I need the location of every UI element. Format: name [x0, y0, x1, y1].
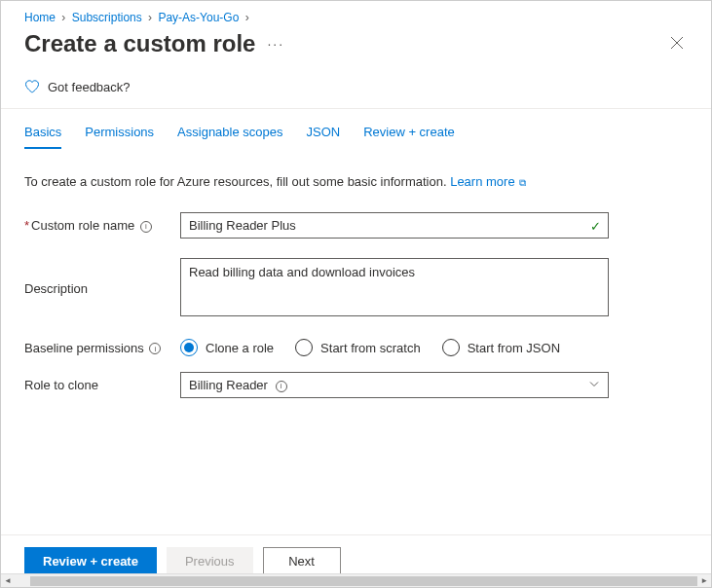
- intro-text: To create a custom role for Azure resour…: [1, 149, 711, 201]
- chevron-down-icon: [588, 378, 600, 392]
- info-icon: i: [276, 381, 287, 392]
- info-icon[interactable]: i: [140, 221, 152, 233]
- tabs: Basics Permissions Assignable scopes JSO…: [1, 109, 711, 149]
- radio-icon: [180, 339, 198, 356]
- next-button[interactable]: Next: [263, 547, 341, 575]
- feedback-bar[interactable]: Got feedback?: [1, 67, 711, 109]
- tab-basics[interactable]: Basics: [24, 125, 61, 149]
- feedback-label: Got feedback?: [48, 80, 131, 94]
- tab-json[interactable]: JSON: [307, 125, 341, 149]
- breadcrumb: Home › Subscriptions › Pay-As-You-Go ›: [1, 1, 711, 28]
- chevron-right-icon: ›: [245, 11, 249, 24]
- tab-permissions[interactable]: Permissions: [85, 125, 154, 149]
- previous-button: Previous: [167, 547, 253, 575]
- description-input[interactable]: [180, 258, 609, 316]
- breadcrumb-payg[interactable]: Pay-As-You-Go: [158, 11, 239, 24]
- radio-icon: [295, 339, 313, 356]
- heart-icon: [24, 79, 40, 94]
- chevron-right-icon: ›: [61, 11, 65, 24]
- scroll-left-icon[interactable]: ◄: [1, 576, 15, 585]
- role-to-clone-select[interactable]: Billing Reader i: [180, 372, 609, 398]
- scroll-right-icon[interactable]: ►: [697, 576, 711, 585]
- breadcrumb-home[interactable]: Home: [24, 11, 56, 24]
- radio-start-scratch[interactable]: Start from scratch: [295, 339, 421, 356]
- role-name-input[interactable]: [180, 212, 609, 239]
- radio-clone-role[interactable]: Clone a role: [180, 339, 274, 356]
- horizontal-scrollbar[interactable]: ◄ ►: [1, 573, 711, 587]
- tab-review-create[interactable]: Review + create: [363, 125, 455, 149]
- radio-start-json[interactable]: Start from JSON: [442, 339, 560, 356]
- learn-more-link[interactable]: Learn more ⧉: [450, 174, 526, 189]
- info-icon[interactable]: i: [149, 343, 161, 354]
- role-name-label: Custom role name: [31, 218, 134, 233]
- radio-icon: [442, 339, 460, 356]
- tab-assignable-scopes[interactable]: Assignable scopes: [177, 125, 282, 149]
- more-actions-icon[interactable]: ···: [267, 37, 284, 51]
- baseline-label: Baseline permissions: [24, 341, 144, 355]
- role-to-clone-label: Role to clone: [24, 378, 98, 392]
- breadcrumb-subscriptions[interactable]: Subscriptions: [72, 11, 142, 24]
- chevron-right-icon: ›: [148, 11, 152, 24]
- page-title: Create a custom role: [24, 30, 255, 57]
- external-link-icon: ⧉: [517, 177, 527, 188]
- description-label: Description: [24, 281, 88, 296]
- close-button[interactable]: [666, 32, 688, 56]
- close-icon: [670, 36, 684, 50]
- required-indicator: *: [24, 218, 29, 233]
- scrollbar-thumb[interactable]: [30, 576, 697, 586]
- review-create-button[interactable]: Review + create: [24, 547, 157, 575]
